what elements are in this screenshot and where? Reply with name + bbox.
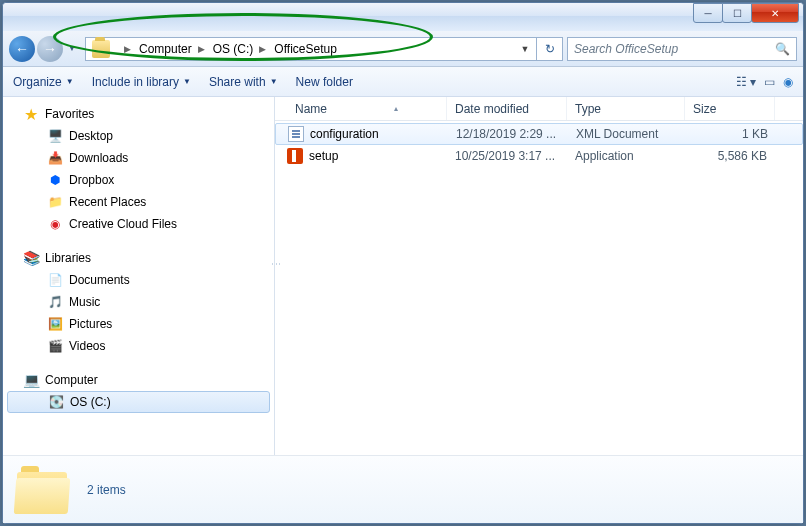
- column-name[interactable]: Name▴: [275, 97, 447, 120]
- favorites-header[interactable]: ★ Favorites: [3, 103, 274, 125]
- file-rows: configuration 12/18/2019 2:29 ... XML Do…: [275, 121, 803, 167]
- favorites-group: ★ Favorites 🖥️Desktop 📥Downloads ⬢Dropbo…: [3, 103, 274, 235]
- drive-icon: 💽: [48, 394, 64, 410]
- status-text: 2 items: [87, 483, 126, 497]
- music-icon: 🎵: [47, 294, 63, 310]
- view-controls: ☷ ▾ ▭ ◉: [736, 75, 793, 89]
- file-list-pane: Name▴ Date modified Type Size configurat…: [275, 97, 803, 455]
- sidebar-resize-handle[interactable]: [271, 97, 275, 455]
- search-icon: 🔍: [775, 42, 790, 56]
- libraries-group: 📚 Libraries 📄Documents 🎵Music 🖼️Pictures…: [3, 247, 274, 357]
- sidebar-item-music[interactable]: 🎵Music: [3, 291, 274, 313]
- command-bar: Organize▼ Include in library▼ Share with…: [3, 67, 803, 97]
- new-folder-button[interactable]: New folder: [296, 75, 353, 89]
- sidebar-item-documents[interactable]: 📄Documents: [3, 269, 274, 291]
- creative-cloud-icon: ◉: [47, 216, 63, 232]
- include-library-menu[interactable]: Include in library▼: [92, 75, 191, 89]
- sort-indicator-icon: ▴: [394, 104, 398, 113]
- breadcrumb-arrow[interactable]: ▶: [114, 38, 135, 60]
- sidebar-item-desktop[interactable]: 🖥️Desktop: [3, 125, 274, 147]
- content-body: ★ Favorites 🖥️Desktop 📥Downloads ⬢Dropbo…: [3, 97, 803, 455]
- refresh-button[interactable]: ↻: [537, 37, 563, 61]
- details-pane: 2 items: [3, 455, 803, 523]
- window-controls: ─ ☐ ✕: [694, 3, 799, 23]
- forward-button[interactable]: →: [37, 36, 63, 62]
- sidebar-item-os-c[interactable]: 💽OS (C:): [7, 391, 270, 413]
- column-headers: Name▴ Date modified Type Size: [275, 97, 803, 121]
- recent-icon: 📁: [47, 194, 63, 210]
- pictures-icon: 🖼️: [47, 316, 63, 332]
- view-mode-button[interactable]: ☷ ▾: [736, 75, 756, 89]
- computer-group: 💻 Computer 💽OS (C:): [3, 369, 274, 413]
- search-placeholder: Search OfficeSetup: [574, 42, 678, 56]
- xml-file-icon: [288, 126, 304, 142]
- share-with-menu[interactable]: Share with▼: [209, 75, 278, 89]
- desktop-icon: 🖥️: [47, 128, 63, 144]
- address-bar[interactable]: ▶ Computer▶ OS (C:)▶ OfficeSetup ▼: [85, 37, 537, 61]
- computer-icon: 💻: [23, 372, 39, 388]
- column-size[interactable]: Size: [685, 97, 775, 120]
- help-button[interactable]: ◉: [783, 75, 793, 89]
- file-row-setup[interactable]: setup 10/25/2019 3:17 ... Application 5,…: [275, 145, 803, 167]
- column-date[interactable]: Date modified: [447, 97, 567, 120]
- downloads-icon: 📥: [47, 150, 63, 166]
- minimize-button[interactable]: ─: [693, 3, 723, 23]
- videos-icon: 🎬: [47, 338, 63, 354]
- column-type[interactable]: Type: [567, 97, 685, 120]
- sidebar-item-creative-cloud[interactable]: ◉Creative Cloud Files: [3, 213, 274, 235]
- close-button[interactable]: ✕: [751, 3, 799, 23]
- computer-header[interactable]: 💻 Computer: [3, 369, 274, 391]
- navigation-pane: ★ Favorites 🖥️Desktop 📥Downloads ⬢Dropbo…: [3, 97, 275, 455]
- folder-icon: [92, 40, 110, 58]
- preview-pane-button[interactable]: ▭: [764, 75, 775, 89]
- libraries-icon: 📚: [23, 250, 39, 266]
- folder-large-icon: [15, 466, 71, 514]
- breadcrumb-computer[interactable]: Computer▶: [135, 38, 209, 60]
- sidebar-item-dropbox[interactable]: ⬢Dropbox: [3, 169, 274, 191]
- navigation-bar: ← → ▼ ▶ Computer▶ OS (C:)▶ OfficeSetup ▼…: [3, 31, 803, 67]
- back-button[interactable]: ←: [9, 36, 35, 62]
- dropbox-icon: ⬢: [47, 172, 63, 188]
- star-icon: ★: [23, 106, 39, 122]
- nav-history-dropdown[interactable]: ▼: [65, 38, 79, 60]
- sidebar-item-downloads[interactable]: 📥Downloads: [3, 147, 274, 169]
- organize-menu[interactable]: Organize▼: [13, 75, 74, 89]
- address-dropdown[interactable]: ▼: [516, 44, 534, 54]
- breadcrumb-drive[interactable]: OS (C:)▶: [209, 38, 271, 60]
- file-row-configuration[interactable]: configuration 12/18/2019 2:29 ... XML Do…: [275, 123, 803, 145]
- sidebar-item-videos[interactable]: 🎬Videos: [3, 335, 274, 357]
- libraries-header[interactable]: 📚 Libraries: [3, 247, 274, 269]
- titlebar: ─ ☐ ✕: [3, 3, 803, 31]
- splitter-grip[interactable]: ⋮: [271, 259, 282, 267]
- search-input[interactable]: Search OfficeSetup 🔍: [567, 37, 797, 61]
- maximize-button[interactable]: ☐: [722, 3, 752, 23]
- breadcrumb-folder[interactable]: OfficeSetup: [270, 38, 340, 60]
- sidebar-item-recent[interactable]: 📁Recent Places: [3, 191, 274, 213]
- documents-icon: 📄: [47, 272, 63, 288]
- explorer-window: ─ ☐ ✕ ← → ▼ ▶ Computer▶ OS (C:)▶ OfficeS…: [2, 2, 804, 524]
- office-app-icon: [287, 148, 303, 164]
- sidebar-item-pictures[interactable]: 🖼️Pictures: [3, 313, 274, 335]
